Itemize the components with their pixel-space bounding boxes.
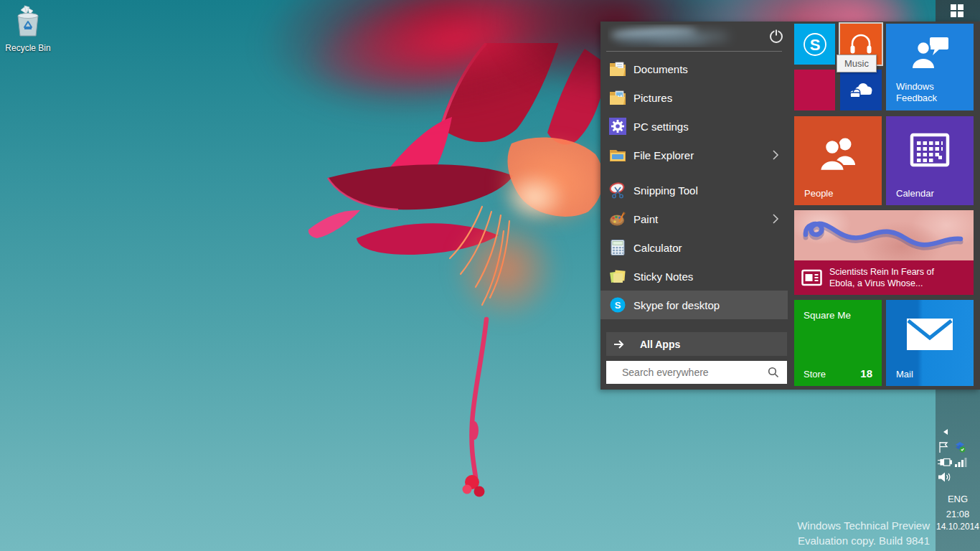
tile-store[interactable]: Square Me Store 18: [794, 300, 882, 386]
envelope-icon: [907, 319, 953, 350]
volume-icon[interactable]: [938, 471, 951, 483]
tile-label: Store: [804, 369, 826, 380]
skype-icon: S: [609, 296, 626, 314]
menu-item-skype-for-desktop[interactable]: S Skype for desktop: [600, 291, 788, 319]
action-center-flag-icon[interactable]: [938, 441, 950, 453]
tray-clock[interactable]: 21:08: [936, 509, 980, 519]
virus-filament-illustration: [794, 210, 974, 260]
menu-item-label: File Explorer: [633, 149, 694, 161]
chevron-right-icon: [772, 150, 779, 160]
menu-item-label: Skype for desktop: [633, 299, 720, 311]
menu-item-calculator[interactable]: Calculator: [600, 233, 788, 262]
menu-item-pc-settings[interactable]: PC settings: [600, 112, 788, 141]
build-watermark: Windows Technical Preview Evaluation cop…: [797, 518, 930, 548]
menu-divider: [606, 51, 782, 52]
recycle-bin[interactable]: Recycle Bin: [4, 4, 52, 53]
all-apps-button[interactable]: All Apps: [606, 332, 787, 356]
menu-item-file-explorer[interactable]: File Explorer: [600, 141, 788, 169]
right-arrow-icon: [613, 339, 625, 350]
paint-palette-icon: [609, 210, 626, 227]
news-headline-bar: Scientists Rein In Fears of Ebola, a Vir…: [794, 260, 974, 295]
svg-text:S: S: [809, 36, 820, 54]
search-box: [606, 361, 787, 384]
language-indicator[interactable]: ENG: [936, 494, 980, 504]
snipping-tool-icon: [609, 182, 626, 199]
menu-item-label: Snipping Tool: [633, 184, 698, 197]
all-apps-label: All Apps: [640, 339, 680, 350]
menu-item-label: Paint: [633, 213, 658, 225]
menu-item-snipping-tool[interactable]: Snipping Tool: [600, 176, 788, 204]
menu-item-label: Pictures: [633, 92, 672, 104]
pictures-folder-icon: [609, 89, 626, 106]
tile-label: People: [804, 188, 833, 199]
chevron-right-icon: [772, 214, 779, 224]
tile-windows-feedback[interactable]: Windows Feedback: [886, 24, 974, 110]
music-tooltip: Music: [837, 55, 877, 72]
watermark-line1: Windows Technical Preview: [797, 518, 930, 533]
windows-logo-icon: [951, 4, 963, 17]
calculator-icon: [609, 239, 626, 256]
tile-calendar[interactable]: Calendar: [886, 116, 974, 205]
search-input[interactable]: [621, 366, 767, 379]
start-menu: Documents Pictures: [600, 22, 980, 390]
tile-news[interactable]: Scientists Rein In Fears of Ebola, a Vir…: [794, 210, 974, 295]
menu-item-sticky-notes[interactable]: Sticky Notes: [600, 262, 788, 291]
menu-item-label: Calculator: [633, 242, 682, 254]
person-feedback-icon: [909, 37, 951, 74]
onedrive-clouds-icon: [846, 81, 876, 100]
headphones-icon: [849, 33, 873, 55]
documents-folder-icon: [609, 60, 626, 77]
menu-item-label: Sticky Notes: [633, 270, 693, 283]
sticky-notes-icon: [609, 268, 626, 285]
tile-label: Windows Feedback: [896, 81, 956, 104]
store-app-title: Square Me: [804, 310, 851, 321]
watermark-line2: Evaluation copy. Build 9841: [797, 533, 930, 548]
hidden-icons-chevron-icon[interactable]: [941, 428, 950, 436]
tile-crimson[interactable]: [794, 70, 835, 110]
network-signal-icon[interactable]: [955, 457, 967, 468]
menu-item-documents[interactable]: Documents: [600, 55, 788, 83]
recycle-bin-icon: [14, 4, 42, 39]
battery-power-icon[interactable]: [937, 457, 952, 468]
news-icon: [801, 268, 823, 287]
store-badge-count: 18: [860, 367, 872, 380]
menu-item-paint[interactable]: Paint: [600, 204, 788, 233]
menu-item-pictures[interactable]: Pictures: [600, 83, 788, 112]
tray-date[interactable]: 14.10.2014: [936, 522, 980, 532]
menu-item-label: PC settings: [633, 121, 689, 133]
tile-label: Calendar: [896, 188, 934, 199]
menu-item-label: Documents: [633, 63, 688, 75]
people-icon: [814, 135, 862, 175]
tile-people[interactable]: People: [794, 116, 882, 205]
dropbox-icon[interactable]: [954, 441, 966, 453]
magnifier-icon[interactable]: [767, 366, 780, 379]
recycle-bin-label: Recycle Bin: [4, 43, 52, 53]
pc-settings-gear-icon: [609, 118, 626, 135]
wallpaper-flower: [273, 43, 610, 517]
tile-onedrive[interactable]: [840, 70, 882, 110]
start-button[interactable]: [950, 4, 964, 18]
tile-skype[interactable]: S: [794, 24, 835, 65]
user-account-button[interactable]: [608, 24, 744, 47]
windows-desktop: Recycle Bin Windows Technical Preview Ev…: [0, 0, 980, 551]
power-button[interactable]: [768, 27, 785, 44]
power-icon: [771, 29, 782, 42]
calendar-icon: [910, 132, 950, 169]
ebola-virus-photo: [794, 210, 974, 260]
svg-text:S: S: [615, 300, 621, 311]
tile-label: Mail: [896, 369, 913, 380]
skype-logo-icon: S: [799, 29, 831, 60]
tile-mail[interactable]: Mail: [886, 300, 974, 386]
news-headline: Scientists Rein In Fears of Ebola, a Vir…: [829, 266, 934, 289]
file-explorer-icon: [609, 146, 626, 164]
